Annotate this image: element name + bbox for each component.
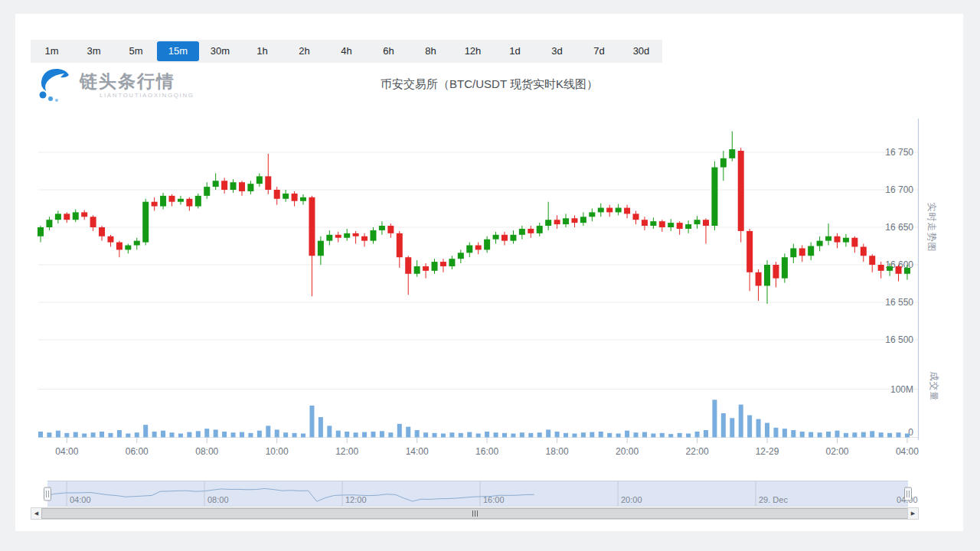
candle-down [896, 266, 902, 274]
candle-down [528, 229, 534, 233]
navigator-label: 12:00 [345, 495, 367, 504]
candle-down [292, 194, 298, 201]
candle-up [616, 208, 622, 213]
navigator-label: 20:00 [621, 495, 642, 504]
logo-dot-3 [55, 99, 58, 102]
volume-bar [572, 433, 577, 437]
volume-bar [397, 424, 402, 438]
candle-up [379, 226, 385, 230]
tab-1d[interactable]: 1d [494, 41, 536, 61]
volume-bar [204, 429, 209, 437]
page-title: 币安交易所（BTC/USDT 现货实时K线图） [15, 77, 963, 92]
volume-bar [433, 433, 437, 438]
volume-bar [476, 433, 481, 437]
candle-up [598, 208, 604, 213]
candle-down [624, 208, 630, 214]
volume-bar [161, 431, 165, 438]
tab-2h[interactable]: 2h [283, 41, 325, 61]
tab-12h[interactable]: 12h [452, 41, 494, 61]
volume-bar [371, 432, 375, 438]
candle-down [440, 262, 446, 266]
volume-bar [292, 433, 297, 438]
candle-up [449, 259, 455, 266]
scrollbar-thumb[interactable] [41, 508, 908, 519]
candle-down [239, 182, 245, 191]
volume-bar [257, 431, 262, 438]
candle-down [501, 235, 508, 241]
navigator-handle-left[interactable] [44, 487, 51, 500]
candle-down [869, 256, 875, 265]
x-axis-label: 10:00 [266, 446, 289, 457]
volume-bar [423, 432, 428, 437]
candle-up [370, 230, 376, 241]
horizontal-scrollbar[interactable]: ◀ ▶ [31, 507, 919, 520]
volume-bar [187, 432, 191, 438]
candle-down [606, 208, 612, 213]
volume-bar [791, 430, 795, 437]
volume-bar [345, 432, 349, 438]
scroll-right-arrow-icon[interactable]: ▶ [907, 508, 918, 519]
volume-bar [126, 433, 130, 437]
candle-down [799, 248, 805, 256]
volume-bar [283, 432, 288, 437]
candle-down [659, 221, 665, 227]
volume-bar [756, 419, 761, 438]
tab-8h[interactable]: 8h [410, 41, 452, 61]
candle-up [195, 196, 201, 207]
volume-bar [800, 432, 805, 438]
navigator-handle-right[interactable] [905, 487, 912, 500]
tab-1h[interactable]: 1h [241, 41, 283, 61]
axis-title-trend: 实时走势图 [926, 203, 937, 253]
tab-7d[interactable]: 7d [578, 41, 620, 61]
volume-bar [887, 433, 892, 438]
volume-bar [721, 413, 726, 438]
volume-bar [494, 432, 498, 437]
candle-up [230, 182, 237, 190]
tab-1m[interactable]: 1m [31, 41, 73, 61]
candle-down [861, 246, 867, 256]
candle-down [571, 218, 577, 223]
volume-bar [581, 432, 586, 437]
candle-up [825, 236, 831, 241]
price-axis-label: 16 550 [885, 297, 913, 308]
price-axis-label: 16 650 [885, 222, 913, 233]
volume-bar [564, 433, 568, 438]
candle-down [773, 265, 779, 279]
tab-3d[interactable]: 3d [536, 41, 578, 61]
interval-tabs: 1m3m5m15m30m1h2h4h6h8h12h1d3d7d30d [31, 40, 662, 63]
tab-30m[interactable]: 30m [199, 41, 241, 61]
candle-up [46, 220, 52, 227]
candle-down [90, 217, 96, 227]
candle-down [361, 236, 368, 241]
scroll-left-arrow-icon[interactable]: ◀ [31, 508, 42, 519]
volume-bar [354, 432, 358, 437]
tab-6h[interactable]: 6h [368, 41, 410, 61]
x-axis-label: 04:00 [55, 446, 78, 457]
volume-bar [301, 433, 305, 437]
tab-3m[interactable]: 3m [73, 41, 115, 61]
axis-title-volume: 成交量 [929, 372, 939, 402]
logo-dot-1 [40, 92, 47, 99]
page: 16 75016 70016 65016 60016 55016 500100M… [0, 0, 980, 551]
volume-bar [808, 432, 813, 438]
candle-up [484, 240, 490, 250]
volume-bar [555, 432, 560, 438]
volume-bar [362, 432, 367, 438]
candle-down [834, 236, 840, 243]
volume-bar [100, 432, 104, 438]
candle-down [309, 197, 315, 256]
x-axis-label: 22:00 [686, 446, 709, 457]
tab-30d[interactable]: 30d [620, 41, 662, 61]
tab-15m[interactable]: 15m [157, 41, 199, 61]
candle-down [878, 265, 884, 271]
x-axis-label: 12:00 [335, 446, 358, 457]
tab-4h[interactable]: 4h [325, 41, 368, 61]
volume-bar [336, 431, 341, 438]
candle-up [300, 197, 306, 201]
volume-bar [214, 429, 218, 437]
volume-bar [704, 430, 708, 437]
tab-5m[interactable]: 5m [115, 41, 157, 61]
candle-up [650, 221, 656, 226]
candle-up [764, 265, 770, 285]
volume-bar [467, 432, 472, 438]
